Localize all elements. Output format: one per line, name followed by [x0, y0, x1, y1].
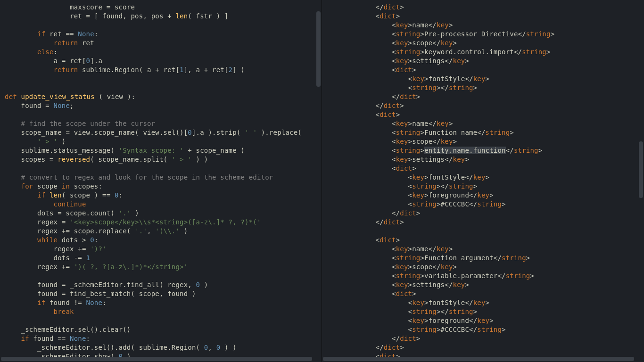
code-line[interactable]: </dict>	[327, 101, 644, 110]
code-token: >settings</	[408, 57, 453, 65]
code-line[interactable]: </dict>	[327, 218, 644, 227]
code-line[interactable]: continue	[5, 200, 322, 209]
code-line[interactable]	[5, 316, 322, 325]
code-line[interactable]: <key>scope</key>	[327, 137, 644, 146]
code-line[interactable]: <key>foreground</key>	[327, 316, 644, 325]
code-line[interactable]: sublime.status_message( 'Syntax scope: '…	[5, 146, 322, 155]
code-line[interactable]: _schemeEditor.sel().add( sublime.Region(…	[5, 343, 322, 352]
code-line[interactable]: found = _schemeEditor.find_all( regex, 0…	[5, 280, 322, 289]
code-line[interactable]: <string></string>	[327, 307, 644, 316]
code-line[interactable]: <string>entity.name.function</string>	[327, 146, 644, 155]
code-line[interactable]: <dict>	[327, 110, 644, 119]
code-line[interactable]: <key>name</key>	[327, 119, 644, 128]
code-line[interactable]: regex += ')?'	[5, 245, 322, 254]
code-line[interactable]: regex = '<key>scope</key>\\s*<string>([a…	[5, 218, 322, 227]
left-code-area[interactable]: maxscore = score ret = [ found, pos, pos…	[0, 0, 322, 361]
code-line[interactable]: <string></string>	[327, 182, 644, 191]
code-line[interactable]: <string>Pre-processor Directive</string>	[327, 30, 644, 39]
right-horizontal-scrollbar[interactable]	[323, 357, 634, 361]
code-line[interactable]: <key>fontStyle</key>	[327, 173, 644, 182]
code-line[interactable]: <key>fontStyle</key>	[327, 298, 644, 307]
code-line[interactable]: <dict>	[327, 289, 644, 298]
code-line[interactable]: </dict>	[327, 343, 644, 352]
left-editor-pane[interactable]: maxscore = score ret = [ found, pos, pos…	[0, 0, 322, 362]
code-line[interactable]: regex += scope.replace( '.', '(\\.' )	[5, 227, 322, 236]
code-token: regex += scope.replace(	[5, 227, 135, 235]
code-line[interactable]: ' > ' )	[5, 137, 322, 146]
code-line[interactable]: return sublime.Region( a + ret[1], a + r…	[5, 66, 322, 74]
code-line[interactable]: for scope in scopes:	[5, 182, 322, 191]
code-line[interactable]: <key>foreground</key>	[327, 191, 644, 200]
code-line[interactable]: </dict>	[327, 3, 644, 12]
code-line[interactable]: <key>name</key>	[327, 21, 644, 30]
code-line[interactable]: <string>keyword.control.import</string>	[327, 48, 644, 57]
code-token: dict	[396, 66, 413, 74]
code-line[interactable]: maxscore = score	[5, 3, 322, 12]
code-line[interactable]: a = ret[0].a	[5, 57, 322, 66]
code-line[interactable]: found = None;	[5, 101, 322, 110]
code-line[interactable]: # find the scope under the cursor	[5, 119, 322, 128]
code-token: >	[416, 93, 421, 100]
code-line[interactable]: <key>name</key>	[327, 245, 644, 254]
left-vertical-scrollbar[interactable]	[316, 11, 321, 87]
code-line[interactable]: scope_name = view.scope_name( view.sel()…	[5, 128, 322, 137]
code-token: ' '	[245, 129, 257, 136]
code-line[interactable]: <key>scope</key>	[327, 39, 644, 48]
code-line[interactable]: </dict>	[327, 92, 644, 101]
code-line[interactable]: return ret	[5, 39, 322, 48]
code-line[interactable]: if ret == None:	[5, 30, 322, 39]
code-token: string	[396, 30, 421, 38]
code-line[interactable]	[5, 110, 322, 119]
code-line[interactable]: <dict>	[327, 164, 644, 173]
code-line[interactable]: if len( scope ) == 0:	[5, 191, 322, 200]
code-line[interactable]: dots = scope.count( '.' )	[5, 209, 322, 218]
code-token: string	[449, 308, 473, 315]
code-line[interactable]: <dict>	[327, 66, 644, 74]
code-line[interactable]: found = find_best_match( scope, found )	[5, 289, 322, 298]
code-token: 'Syntax scope: '	[119, 147, 184, 154]
code-token: >	[465, 281, 469, 288]
code-line[interactable]: if found != None:	[5, 298, 322, 307]
code-line[interactable]: <key>settings</key>	[327, 280, 644, 289]
code-line[interactable]: </dict>	[327, 209, 644, 218]
code-token: >	[400, 3, 404, 11]
code-line[interactable]	[327, 227, 644, 236]
code-line[interactable]: <string>#CCCCBC</string>	[327, 200, 644, 209]
left-horizontal-scrollbar[interactable]	[1, 357, 312, 361]
code-token: reversed	[58, 156, 90, 163]
code-line[interactable]: </dict>	[327, 334, 644, 343]
code-line[interactable]: <key>fontStyle</key>	[327, 74, 644, 83]
code-line[interactable]: _schemeEditor.sel().clear()	[5, 325, 322, 334]
code-line[interactable]: def update_view_status ( view ):	[5, 92, 322, 101]
code-line[interactable]: <string>Function argument</string>	[327, 254, 644, 263]
code-line[interactable]: if found == None:	[5, 334, 322, 343]
code-line[interactable]: regex += ')( ?, ?[a-z\.]*)*</string>'	[5, 263, 322, 272]
code-line[interactable]: <string>Function name</string>	[327, 128, 644, 137]
code-line[interactable]: break	[5, 307, 322, 316]
code-line[interactable]: <string></string>	[327, 83, 644, 92]
right-vertical-scrollbar[interactable]	[639, 141, 643, 198]
code-line[interactable]: <key>settings</key>	[327, 57, 644, 66]
code-line[interactable]: ret = [ found, pos, pos + len( fstr ) ]	[5, 12, 322, 21]
code-token: >name</	[408, 245, 437, 253]
code-line[interactable]	[5, 21, 322, 30]
code-line[interactable]: <dict>	[327, 12, 644, 21]
code-line[interactable]: <string>variable.parameter</string>	[327, 272, 644, 280]
code-line[interactable]: <key>settings</key>	[327, 155, 644, 164]
code-line[interactable]: # convert to regex and look for the scop…	[5, 173, 322, 182]
code-line[interactable]: scopes = reversed( scope_name.split( ' >…	[5, 155, 322, 164]
code-token: key	[473, 75, 486, 82]
code-line[interactable]: else:	[5, 48, 322, 57]
code-line[interactable]: <dict>	[327, 236, 644, 245]
code-line[interactable]: while dots > 0:	[5, 236, 322, 245]
code-token: # find the scope under the cursor	[21, 120, 156, 127]
code-line[interactable]: <string>#CCCCBC</string>	[327, 325, 644, 334]
code-line[interactable]: <key>scope</key>	[327, 263, 644, 272]
code-line[interactable]	[5, 272, 322, 280]
code-line[interactable]	[5, 74, 322, 83]
code-line[interactable]: dots -= 1	[5, 254, 322, 263]
code-line[interactable]	[5, 83, 322, 92]
right-code-area[interactable]: </dict> <dict> <key>name</key> <string>P…	[322, 0, 644, 361]
code-line[interactable]	[5, 164, 322, 173]
right-editor-pane[interactable]: </dict> <dict> <key>name</key> <string>P…	[322, 0, 644, 362]
